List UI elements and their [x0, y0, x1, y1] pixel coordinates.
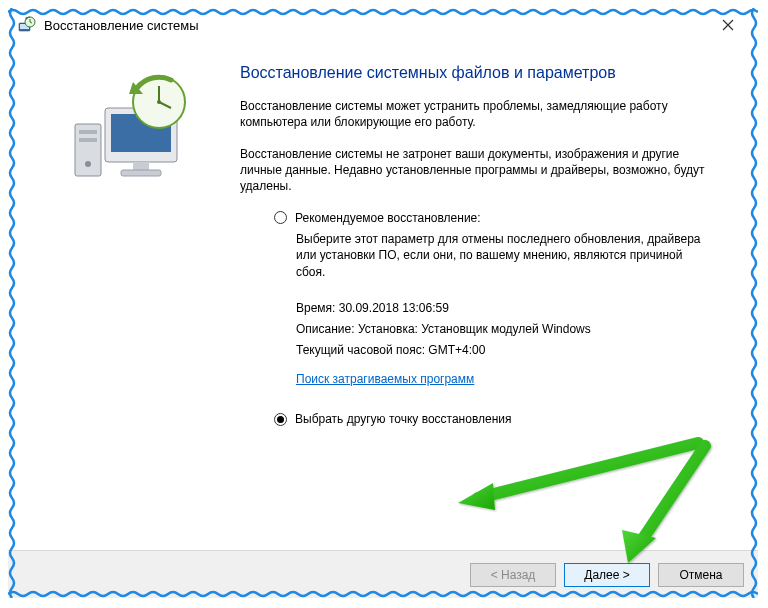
- svg-rect-13: [121, 170, 161, 176]
- svg-rect-7: [79, 130, 97, 134]
- back-button: < Назад: [470, 563, 556, 587]
- recommended-description: Выберите этот параметр для отмены послед…: [296, 231, 706, 281]
- radio-choose-row[interactable]: Выбрать другую точку восстановления: [274, 412, 734, 426]
- close-button[interactable]: [708, 11, 748, 39]
- svg-point-17: [157, 100, 161, 104]
- svg-point-9: [85, 161, 91, 167]
- titlebar: Восстановление системы: [8, 8, 758, 42]
- option-choose-another: Выбрать другую точку восстановления: [274, 412, 734, 426]
- svg-rect-8: [79, 138, 97, 142]
- affected-programs-link[interactable]: Поиск затрагиваемых программ: [296, 372, 474, 386]
- intro-paragraph-1: Восстановление системы может устранить п…: [240, 98, 710, 130]
- intro-paragraph-2: Восстановление системы не затронет ваши …: [240, 146, 710, 195]
- page-heading: Восстановление системных файлов и параме…: [240, 62, 734, 84]
- radio-recommended[interactable]: [274, 211, 287, 224]
- restore-description: Описание: Установка: Установщик модулей …: [296, 320, 734, 339]
- cancel-button[interactable]: Отмена: [658, 563, 744, 587]
- next-button[interactable]: Далее >: [564, 563, 650, 587]
- dialog-window: Восстановление системы: [8, 8, 758, 598]
- window-title: Восстановление системы: [44, 18, 199, 33]
- option-recommended: Рекомендуемое восстановление: Выберите э…: [274, 211, 734, 403]
- content-area: Восстановление системных файлов и параме…: [8, 42, 758, 550]
- radio-recommended-row[interactable]: Рекомендуемое восстановление:: [274, 211, 734, 225]
- button-bar: < Назад Далее > Отмена: [8, 550, 758, 598]
- restore-time: Время: 30.09.2018 13:06:59: [296, 299, 734, 318]
- illustration-column: [28, 62, 228, 540]
- restore-timezone: Текущий часовой пояс: GMT+4:00: [296, 341, 734, 360]
- radio-choose-label[interactable]: Выбрать другую точку восстановления: [295, 412, 512, 426]
- text-column: Восстановление системных файлов и параме…: [228, 62, 734, 540]
- svg-rect-12: [133, 162, 149, 170]
- restore-illustration-icon: [63, 68, 193, 191]
- radio-choose-another[interactable]: [274, 413, 287, 426]
- radio-recommended-label[interactable]: Рекомендуемое восстановление:: [295, 211, 481, 225]
- restore-icon: [16, 15, 36, 35]
